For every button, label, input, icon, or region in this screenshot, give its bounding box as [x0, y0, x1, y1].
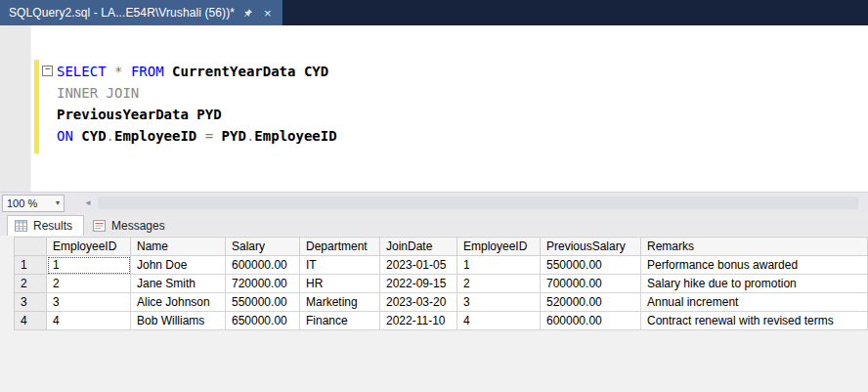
column-header[interactable]: EmployeeID — [47, 238, 131, 256]
grid-row: 33Alice Johnson550000.00Marketing2023-03… — [15, 293, 868, 312]
results-grid-area: EmployeeIDNameSalaryDepartmentJoinDateEm… — [0, 236, 868, 392]
grid-row: 22Jane Smith720000.00HR2022-09-152700000… — [15, 275, 868, 293]
close-icon[interactable]: × — [262, 7, 274, 20]
code-line[interactable]: PreviousYearData PYD — [57, 104, 868, 125]
messages-tab[interactable]: Messages — [86, 215, 176, 236]
editor-bottom-bar: 100 % ▾ ◄ — [0, 192, 868, 213]
ssms-window: SQLQuery2.sql - LA...E54R\Vrushali (56))… — [0, 0, 868, 392]
grid-cell[interactable]: Bob Williams — [131, 312, 226, 330]
column-header[interactable]: Salary — [226, 238, 300, 256]
row-header[interactable]: 1 — [15, 256, 47, 275]
row-header[interactable]: 3 — [15, 293, 47, 312]
messages-tab-label: Messages — [111, 219, 165, 233]
grid-cell[interactable]: Annual increment — [641, 293, 868, 312]
document-tab-title: SQLQuery2.sql - LA...E54R\Vrushali (56))… — [9, 6, 235, 20]
scroll-left-button[interactable]: ◄ — [80, 198, 96, 207]
column-header[interactable]: PreviousSalary — [541, 238, 641, 256]
grid-cell[interactable]: 550000.00 — [226, 293, 300, 312]
zoom-control[interactable]: 100 % ▾ — [2, 195, 65, 212]
grid-cell[interactable]: 2023-01-05 — [380, 256, 457, 275]
row-header[interactable]: 4 — [15, 312, 47, 330]
grid-cell[interactable]: 4 — [457, 312, 541, 330]
grid-cell[interactable]: 2023-03-20 — [380, 293, 457, 312]
code-line[interactable]: SELECT * FROM CurrentYearData CYD — [57, 61, 868, 82]
messages-icon — [93, 220, 106, 232]
grid-row: 44Bob Williams650000.00Finance2022-11-10… — [15, 312, 868, 330]
grid-cell[interactable]: 1 — [457, 256, 541, 275]
grid-cell[interactable]: Alice Johnson — [131, 293, 226, 312]
grid-cell[interactable]: John Doe — [131, 256, 226, 275]
grid-cell[interactable]: 550000.00 — [541, 256, 641, 275]
grid-cell[interactable]: 1 — [47, 256, 131, 275]
document-tab-bar: SQLQuery2.sql - LA...E54R\Vrushali (56))… — [0, 0, 868, 25]
grid-cell[interactable]: 600000.00 — [226, 256, 300, 275]
query-editor[interactable]: − SELECT * FROM CurrentYearData CYDINNER… — [0, 25, 868, 192]
chevron-down-icon: ▾ — [56, 198, 60, 207]
grid-cell[interactable]: Contract renewal with revised terms — [641, 312, 868, 330]
grid-cell[interactable]: 600000.00 — [541, 312, 641, 330]
grid-cell[interactable]: Finance — [300, 312, 380, 330]
code-line[interactable]: INNER JOIN — [57, 82, 868, 104]
grid-cell[interactable]: Salary hike due to promotion — [641, 275, 868, 293]
row-header[interactable]: 2 — [15, 275, 47, 293]
grid-cell[interactable]: 720000.00 — [226, 275, 300, 293]
scrollbar-track[interactable] — [96, 193, 868, 213]
grid-cell[interactable]: 2 — [457, 275, 541, 293]
grid-cell[interactable]: HR — [300, 275, 380, 293]
document-tab[interactable]: SQLQuery2.sql - LA...E54R\Vrushali (56))… — [0, 0, 282, 25]
code-line[interactable]: ON CYD.EmployeeID = PYD.EmployeeID — [57, 125, 868, 147]
grid-row: 11John Doe600000.00IT2023-01-051550000.0… — [15, 256, 868, 275]
grid-cell[interactable]: Marketing — [300, 293, 380, 312]
grid-cell[interactable]: Performance bonus awarded — [641, 256, 868, 275]
grid-cell[interactable]: 650000.00 — [226, 312, 300, 330]
column-header[interactable]: JoinDate — [380, 238, 457, 256]
grid-cell[interactable]: Jane Smith — [131, 275, 226, 293]
grid-cell[interactable]: 3 — [47, 293, 131, 312]
zoom-value: 100 % — [7, 197, 37, 209]
grid-cell[interactable]: 700000.00 — [541, 275, 641, 293]
pin-icon[interactable] — [243, 8, 253, 19]
results-tab-label: Results — [33, 219, 72, 233]
grid-cell[interactable]: 520000.00 — [541, 293, 641, 312]
grid-cell[interactable]: IT — [300, 256, 380, 275]
column-header[interactable]: Department — [300, 238, 380, 256]
grid-cell[interactable]: 2022-09-15 — [380, 275, 457, 293]
results-tab-strip: Results Messages — [0, 213, 868, 236]
results-tab[interactable]: Results — [7, 215, 84, 236]
horizontal-scrollbar[interactable]: ◄ — [80, 193, 868, 213]
scrollbar-thumb[interactable] — [98, 196, 858, 209]
grid-cell[interactable]: 2 — [47, 275, 131, 293]
column-header[interactable]: Name — [131, 238, 226, 256]
grid-corner-header[interactable] — [15, 238, 47, 256]
grid-cell[interactable]: 2022-11-10 — [380, 312, 457, 330]
results-grid: EmployeeIDNameSalaryDepartmentJoinDateEm… — [14, 237, 868, 330]
results-grid-icon — [15, 220, 27, 232]
grid-cell[interactable]: 3 — [457, 293, 541, 312]
sql-code[interactable]: SELECT * FROM CurrentYearData CYDINNER J… — [0, 25, 868, 192]
column-header[interactable]: Remarks — [641, 238, 868, 256]
column-header[interactable]: EmployeeID — [457, 238, 541, 256]
grid-cell[interactable]: 4 — [47, 312, 131, 330]
